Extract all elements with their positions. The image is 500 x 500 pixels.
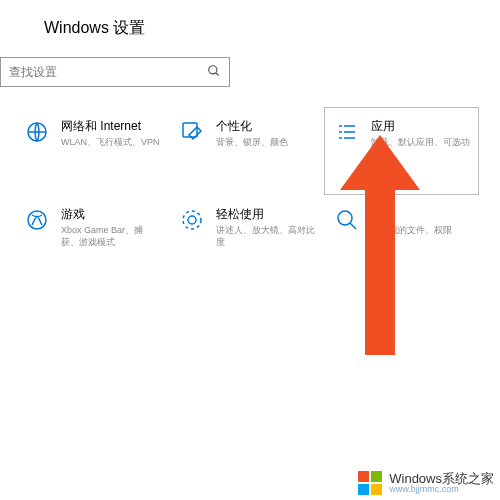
xbox-icon xyxy=(23,206,51,234)
tile-title: 轻松使用 xyxy=(216,206,315,223)
search-box[interactable] xyxy=(0,57,230,87)
search-input[interactable] xyxy=(9,65,207,79)
ease-icon xyxy=(178,206,206,234)
tile-desc: 背景、锁屏、颜色 xyxy=(216,137,288,149)
tile-desc: 讲述人、放大镜、高对比度 xyxy=(216,225,315,248)
tile-desc: 卸载、默认应用、可选功能 xyxy=(371,137,470,160)
tile-title: 搜索 xyxy=(371,206,452,223)
brush-icon xyxy=(178,118,206,146)
tile-search[interactable]: 搜索 查找我的文件、权限 xyxy=(324,195,479,283)
tile-desc: 查找我的文件、权限 xyxy=(371,225,452,237)
search-icon xyxy=(207,64,221,81)
tile-title: 应用 xyxy=(371,118,470,135)
watermark-url: www.bjjmmc.com xyxy=(389,485,494,494)
tile-ease[interactable]: 轻松使用 讲述人、放大镜、高对比度 xyxy=(169,195,324,283)
svg-point-10 xyxy=(28,211,46,229)
page-title: Windows 设置 xyxy=(44,18,500,39)
svg-point-11 xyxy=(183,211,201,229)
settings-tiles: 网络和 Internet WLAN、飞行模式、VPN 个性化 背景、锁屏、颜色 … xyxy=(0,107,500,283)
globe-icon xyxy=(23,118,51,146)
svg-line-1 xyxy=(216,72,219,75)
svg-point-13 xyxy=(338,211,352,225)
tile-desc: Xbox Game Bar、捕获、游戏模式 xyxy=(61,225,160,248)
tile-title: 网络和 Internet xyxy=(61,118,160,135)
magnify-icon xyxy=(333,206,361,234)
svg-point-0 xyxy=(209,65,217,73)
tile-title: 个性化 xyxy=(216,118,288,135)
tile-apps[interactable]: 应用 卸载、默认应用、可选功能 xyxy=(324,107,479,195)
watermark: Windows系统之家 www.bjjmmc.com xyxy=(357,470,494,496)
svg-rect-17 xyxy=(358,471,369,482)
tile-network[interactable]: 网络和 Internet WLAN、飞行模式、VPN xyxy=(14,107,169,195)
svg-line-14 xyxy=(350,223,356,229)
watermark-logo-icon xyxy=(357,470,383,496)
tile-gaming[interactable]: 游戏 Xbox Game Bar、捕获、游戏模式 xyxy=(14,195,169,283)
svg-rect-19 xyxy=(358,484,369,495)
tile-title: 游戏 xyxy=(61,206,160,223)
svg-rect-18 xyxy=(371,471,382,482)
tile-personalize[interactable]: 个性化 背景、锁屏、颜色 xyxy=(169,107,324,195)
svg-rect-20 xyxy=(371,484,382,495)
apps-icon xyxy=(333,118,361,146)
tile-desc: WLAN、飞行模式、VPN xyxy=(61,137,160,149)
svg-point-12 xyxy=(188,216,196,224)
